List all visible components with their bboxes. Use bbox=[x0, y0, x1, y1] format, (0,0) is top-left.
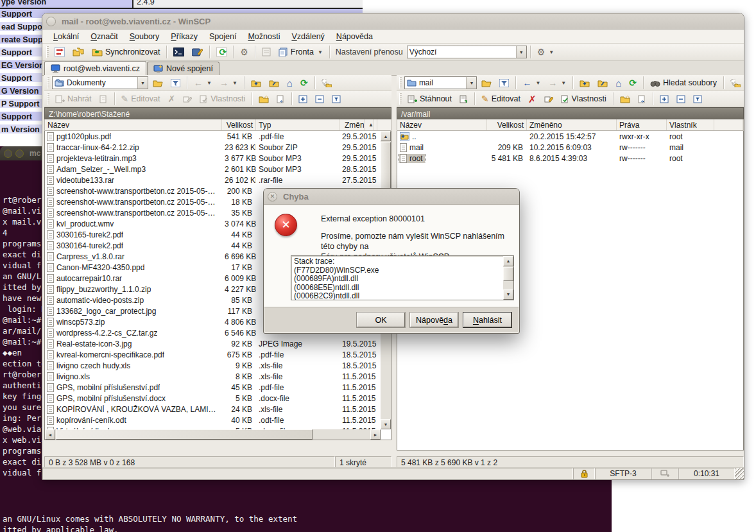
help-button[interactable]: Nápověda bbox=[410, 313, 458, 327]
stack-trace-box[interactable]: Stack trace:(F77D2D80)WinSCP.exe(000689F… bbox=[291, 255, 514, 300]
new-link-button[interactable] bbox=[635, 92, 649, 106]
column-header-name[interactable]: Název bbox=[45, 119, 222, 130]
column-header-rights[interactable]: Práva bbox=[617, 119, 667, 130]
menu-item[interactable]: Nápověda bbox=[331, 30, 379, 43]
console-edit-button[interactable] bbox=[189, 45, 206, 59]
file-row[interactable]: pgt1020plus.pdf 541 KB .pdf-file 29.5.20… bbox=[45, 131, 391, 142]
error-dialog-titlebar[interactable]: ✕ Chyba bbox=[264, 189, 519, 205]
scrollbar-thumb[interactable] bbox=[56, 429, 313, 440]
transfer-options-button[interactable]: ⚙▼ bbox=[534, 45, 557, 59]
remote-path-bar[interactable]: /var/mail bbox=[397, 107, 744, 119]
rename-button[interactable] bbox=[180, 92, 195, 106]
back-button[interactable]: ←▼ bbox=[191, 76, 215, 90]
parent-directory-button[interactable] bbox=[248, 76, 264, 90]
file-row[interactable]: kopírování-ceník.odt 40 KB .odt-file 11.… bbox=[45, 415, 391, 425]
find-files-button[interactable]: Hledat soubory bbox=[647, 76, 720, 90]
upload-options-button[interactable] bbox=[96, 92, 111, 106]
delete-button[interactable]: ✗ bbox=[164, 92, 178, 106]
file-row[interactable]: GPS, mobilní příslušenství.docx 5 KB .do… bbox=[45, 393, 391, 404]
console-button[interactable] bbox=[170, 45, 187, 59]
download-options-button[interactable] bbox=[456, 92, 471, 106]
file-row[interactable]: mail 209 KB 10.2.2015 6:09:03 rw------- … bbox=[397, 142, 743, 153]
toolbar-grip[interactable] bbox=[399, 77, 402, 89]
menu-item[interactable]: Příkazy bbox=[165, 30, 203, 43]
menu-item[interactable]: Lokální bbox=[47, 30, 85, 43]
download-button[interactable]: Stáhnout bbox=[404, 92, 455, 106]
delete-button[interactable]: ✗ bbox=[525, 92, 540, 106]
refresh-button[interactable]: ⟳ bbox=[213, 45, 230, 59]
file-row[interactable]: GPS, mobilní příslušenství.pdf 45 KB .pd… bbox=[45, 382, 391, 393]
file-row[interactable]: Adam_Selzer_-_Well.mp3 2 601 KB Soubor M… bbox=[45, 164, 391, 175]
file-row[interactable]: KOPÍROVÁNÍ , KROUŽKOVÁ VAZBA, LAMINOVÁ..… bbox=[45, 404, 391, 415]
mc-close-button[interactable] bbox=[4, 150, 12, 158]
horizontal-scrollbar[interactable]: ◄ ► bbox=[45, 429, 381, 440]
chevron-down-icon[interactable]: ▼ bbox=[137, 77, 148, 89]
file-row[interactable]: videotube133.rar 26 102 KB .rar-file 27.… bbox=[45, 175, 391, 185]
toolbar-grip[interactable] bbox=[46, 46, 49, 58]
session-tab-new[interactable]: Nové spojení bbox=[147, 62, 219, 75]
sync-grid-button[interactable] bbox=[51, 45, 68, 59]
forward-button[interactable]: →▼ bbox=[545, 76, 569, 90]
menu-item[interactable]: Spojení bbox=[203, 30, 242, 43]
local-path-bar[interactable]: Z:\home\robert\Stažené bbox=[44, 107, 391, 119]
column-header-type[interactable]: Typ bbox=[256, 119, 339, 130]
select-remove-button[interactable] bbox=[673, 92, 689, 106]
preferences-button[interactable]: ⚙ bbox=[237, 45, 252, 59]
select-add-button[interactable] bbox=[657, 92, 672, 106]
back-button[interactable]: ←▼ bbox=[519, 76, 544, 90]
resize-grip[interactable] bbox=[735, 468, 744, 479]
report-button[interactable]: Nahlásit bbox=[463, 313, 511, 327]
menu-item[interactable]: Možnosti bbox=[242, 30, 286, 43]
mc-minimize-button[interactable] bbox=[15, 150, 24, 158]
sync-folders-button[interactable] bbox=[69, 45, 87, 59]
close-icon[interactable]: ✕ bbox=[268, 192, 277, 202]
file-row[interactable]: livigno czech hudy.xls 9 KB .xls-file 18… bbox=[45, 360, 391, 371]
edit-button[interactable]: ✎Editovat bbox=[118, 92, 164, 106]
column-header-changed[interactable]: Změněno▲ bbox=[339, 119, 377, 130]
window-button-icon[interactable] bbox=[46, 17, 56, 26]
refresh-panel-button[interactable]: ⟳ bbox=[297, 76, 311, 90]
tree-toggle-button[interactable] bbox=[318, 76, 335, 90]
transfer-checklist-button[interactable] bbox=[259, 45, 274, 59]
session-tab-active[interactable]: root@web.viaventi.cz bbox=[44, 61, 146, 76]
toolbar-grip[interactable] bbox=[47, 77, 49, 89]
forward-button[interactable]: →▼ bbox=[216, 76, 241, 90]
chevron-down-icon[interactable]: ▼ bbox=[466, 77, 476, 89]
file-row[interactable]: kvreal-komercni-specifikace.pdf 675 KB .… bbox=[45, 349, 391, 360]
menu-item[interactable]: Označit bbox=[85, 30, 123, 43]
tree-toggle-button[interactable] bbox=[727, 76, 744, 90]
select-filter-button[interactable] bbox=[329, 92, 344, 106]
synchronize-button[interactable]: Synchronizovat bbox=[89, 45, 163, 59]
filter-button[interactable] bbox=[496, 76, 512, 90]
upload-button[interactable]: Nahrát bbox=[52, 92, 95, 106]
properties-button[interactable]: Vlastnosti bbox=[558, 92, 610, 106]
scroll-down-arrow[interactable]: ▼ bbox=[503, 289, 513, 300]
queue-button[interactable]: Fronta ▼ bbox=[275, 45, 326, 59]
winscp-titlebar[interactable]: mail - root@web.viaventi.cz - WinSCP bbox=[42, 13, 744, 30]
stack-scrollbar[interactable]: ▲ ▼ bbox=[503, 256, 513, 300]
root-directory-button[interactable] bbox=[594, 76, 611, 90]
scroll-up-arrow[interactable]: ▲ bbox=[381, 131, 391, 141]
rename-button[interactable] bbox=[541, 92, 556, 106]
file-row[interactable]: livigno.xls 8 KB .xls-file 11.5.2015 bbox=[45, 371, 391, 382]
column-header-size[interactable]: Velikost bbox=[487, 119, 527, 130]
scroll-up-arrow[interactable]: ▲ bbox=[503, 256, 513, 266]
ok-button[interactable]: OK bbox=[357, 313, 405, 327]
toolbar-grip[interactable] bbox=[399, 93, 402, 105]
new-link-button[interactable] bbox=[273, 92, 288, 106]
menu-item[interactable]: Soubory bbox=[124, 30, 166, 43]
column-header-owner[interactable]: Vlastník bbox=[667, 119, 714, 130]
properties-button[interactable]: Vlastnosti bbox=[196, 92, 248, 106]
file-row[interactable]: root 5 481 KB 8.6.2015 4:39:03 rw-------… bbox=[397, 153, 743, 164]
remote-dir-combo[interactable]: mail ▼ bbox=[404, 76, 477, 89]
edit-button[interactable]: ✎Editovat bbox=[478, 92, 524, 106]
file-row[interactable]: projekteva-letitrain.mp3 3 677 KB Soubor… bbox=[45, 153, 391, 164]
scroll-left-arrow[interactable]: ◄ bbox=[45, 429, 55, 440]
lock-icon[interactable] bbox=[573, 468, 595, 479]
column-header-changed[interactable]: Změněno bbox=[527, 119, 617, 130]
scroll-down-arrow[interactable]: ▼ bbox=[381, 419, 391, 429]
menu-item[interactable]: Vzdálený bbox=[286, 30, 330, 43]
home-button[interactable]: ⌂ bbox=[612, 76, 624, 90]
open-directory-button[interactable] bbox=[478, 76, 495, 90]
scroll-right-arrow[interactable]: ► bbox=[370, 429, 381, 440]
